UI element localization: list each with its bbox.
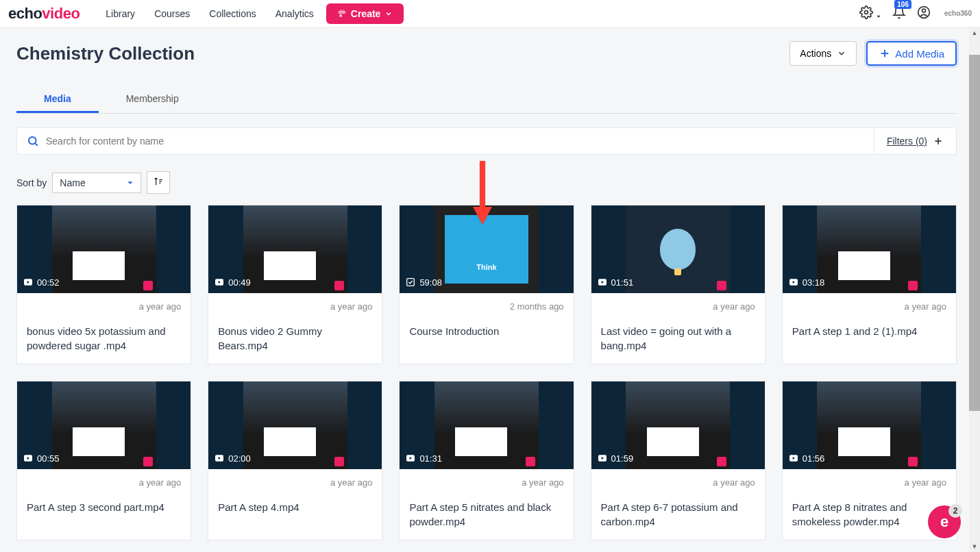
video-title: Bonus video 2 Gummy Bears.mp4 bbox=[218, 324, 372, 353]
sort-direction-button[interactable] bbox=[147, 171, 170, 194]
video-thumbnail: 03:18 bbox=[783, 205, 956, 293]
tabs: Media Membership bbox=[16, 86, 957, 114]
echo-logo-icon bbox=[717, 457, 726, 466]
logo-part2: video bbox=[42, 5, 79, 22]
duration-badge: 01:31 bbox=[405, 453, 442, 464]
scroll-down-icon[interactable]: ▼ bbox=[969, 541, 980, 552]
video-card[interactable]: 03:18 a year ago Part A step 1 and 2 (1)… bbox=[782, 205, 957, 364]
svg-marker-1 bbox=[877, 16, 880, 18]
filters-button[interactable]: Filters (0) bbox=[874, 129, 956, 153]
duration-badge: 59:08 bbox=[405, 277, 442, 288]
play-icon bbox=[214, 453, 225, 464]
gear-icon bbox=[859, 5, 873, 19]
duration-text: 01:56 bbox=[803, 453, 825, 464]
help-fab[interactable]: e 2 bbox=[928, 505, 961, 538]
video-thumbnail: 01:59 bbox=[591, 381, 765, 469]
duration-badge: 00:49 bbox=[214, 277, 251, 288]
magic-wand-icon bbox=[337, 9, 347, 18]
brand-small: echo360 bbox=[944, 10, 972, 17]
svg-marker-12 bbox=[128, 181, 133, 184]
nav-analytics[interactable]: Analytics bbox=[269, 4, 321, 23]
echo-logo-icon bbox=[526, 457, 535, 466]
duration-text: 00:55 bbox=[37, 453, 60, 464]
video-title: Part A step 1 and 2 (1).mp4 bbox=[792, 324, 946, 353]
video-title: Part A step 4.mp4 bbox=[218, 500, 372, 529]
duration-text: 59:08 bbox=[419, 277, 442, 288]
nav-library[interactable]: Library bbox=[99, 4, 142, 23]
video-card[interactable]: 01:59 a year ago Part A step 6-7 potassi… bbox=[591, 381, 765, 540]
video-card[interactable]: 01:31 a year ago Part A step 5 nitrates … bbox=[399, 381, 574, 540]
duration-badge: 00:52 bbox=[23, 277, 60, 288]
nav-courses[interactable]: Courses bbox=[147, 4, 197, 23]
settings-button[interactable] bbox=[857, 3, 884, 24]
plus-icon bbox=[879, 47, 891, 60]
video-date: a year ago bbox=[27, 301, 181, 312]
svg-point-0 bbox=[865, 11, 868, 14]
video-card[interactable]: 01:51 a year ago Last video = going out … bbox=[591, 205, 765, 364]
video-card[interactable]: 00:55 a year ago Part A step 3 second pa… bbox=[16, 381, 191, 540]
video-thumbnail: Think 59:08 bbox=[400, 205, 573, 293]
duration-badge: 02:00 bbox=[214, 453, 251, 464]
video-date: a year ago bbox=[601, 301, 755, 312]
duration-text: 00:49 bbox=[228, 277, 251, 288]
scrollbar-thumb[interactable] bbox=[969, 55, 980, 411]
tab-media[interactable]: Media bbox=[16, 86, 99, 113]
sort-value: Name bbox=[60, 177, 85, 188]
svg-line-9 bbox=[35, 143, 37, 145]
video-thumbnail: 01:56 bbox=[783, 381, 956, 469]
actions-label: Actions bbox=[800, 48, 831, 59]
nav-collections[interactable]: Collections bbox=[202, 4, 262, 23]
video-thumbnail: 01:31 bbox=[400, 381, 573, 469]
video-date: a year ago bbox=[218, 301, 372, 312]
page-title: Chemistry Collection bbox=[16, 43, 195, 64]
logo[interactable]: echovideo bbox=[8, 5, 79, 23]
add-media-button[interactable]: Add Media bbox=[866, 41, 957, 66]
play-icon bbox=[788, 277, 799, 288]
duration-text: 01:59 bbox=[611, 453, 634, 464]
video-card[interactable]: Think 59:08 2 months ago Course Introduc… bbox=[399, 205, 574, 364]
sort-select[interactable]: Name bbox=[52, 173, 141, 193]
scrollbar[interactable]: ▲ ▼ bbox=[969, 27, 980, 552]
video-card[interactable]: 00:52 a year ago bonus video 5x potassiu… bbox=[16, 205, 191, 364]
svg-point-3 bbox=[922, 9, 925, 12]
svg-rect-17 bbox=[407, 279, 415, 286]
search-input[interactable] bbox=[46, 136, 864, 147]
chevron-down-icon bbox=[837, 49, 846, 58]
chevron-down-icon bbox=[127, 179, 134, 186]
echo-logo-icon bbox=[143, 281, 153, 290]
video-thumbnail: 00:55 bbox=[17, 381, 191, 469]
video-card[interactable]: 00:49 a year ago Bonus video 2 Gummy Bea… bbox=[208, 205, 382, 364]
video-title: Part A step 5 nitrates and black powder.… bbox=[409, 500, 563, 529]
fab-badge: 2 bbox=[948, 504, 962, 518]
video-date: a year ago bbox=[409, 477, 563, 488]
notifications-button[interactable]: 106 bbox=[890, 3, 909, 24]
play-icon bbox=[214, 277, 225, 288]
play-icon bbox=[597, 277, 608, 288]
play-icon bbox=[23, 453, 34, 464]
video-title: Last video = going out with a bang.mp4 bbox=[601, 324, 755, 353]
sort-label: Sort by bbox=[16, 177, 47, 188]
chevron-down-icon bbox=[876, 14, 881, 19]
duration-badge: 03:18 bbox=[788, 277, 825, 288]
video-thumbnail: 00:49 bbox=[208, 205, 382, 293]
account-button[interactable] bbox=[914, 3, 933, 24]
create-button[interactable]: Create bbox=[326, 3, 404, 24]
echo-logo-icon bbox=[908, 281, 918, 290]
task-icon bbox=[405, 277, 416, 288]
video-title: Part A step 8 nitrates and smokeless pow… bbox=[792, 500, 946, 529]
duration-badge: 01:56 bbox=[788, 453, 825, 464]
video-card[interactable]: 02:00 a year ago Part A step 4.mp4 bbox=[208, 381, 382, 540]
actions-button[interactable]: Actions bbox=[789, 41, 857, 66]
video-title: Part A step 6-7 potassium and carbon.mp4 bbox=[601, 500, 755, 529]
video-date: a year ago bbox=[601, 477, 755, 488]
duration-badge: 01:51 bbox=[597, 277, 634, 288]
echo-logo-icon bbox=[334, 457, 344, 466]
play-icon bbox=[788, 453, 799, 464]
top-navigation: echovideo Library Courses Collections An… bbox=[0, 0, 980, 27]
logo-part1: echo bbox=[8, 5, 42, 22]
echo-logo-icon bbox=[143, 457, 153, 466]
video-thumbnail: 01:51 bbox=[591, 205, 765, 293]
scroll-up-icon[interactable]: ▲ bbox=[969, 27, 980, 38]
tab-membership[interactable]: Membership bbox=[99, 86, 206, 113]
video-title: Part A step 3 second part.mp4 bbox=[27, 500, 181, 529]
